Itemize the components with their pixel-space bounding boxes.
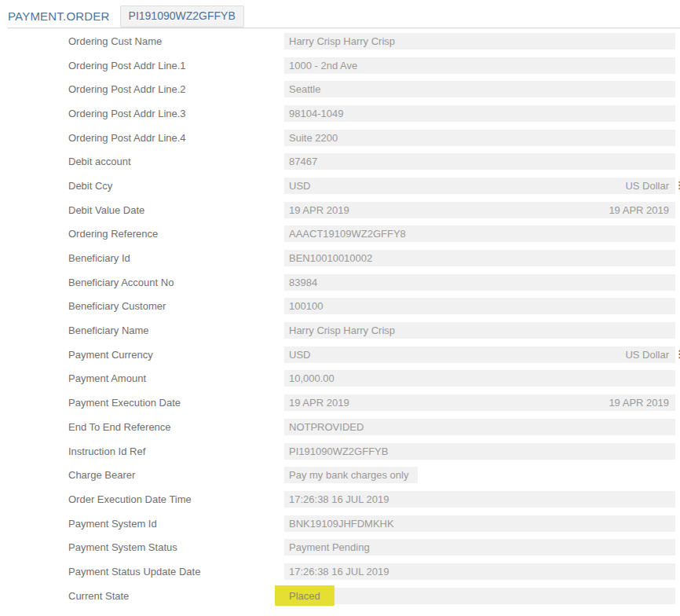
field-value-wrap: AAACT19109WZ2GFFY8 (284, 222, 680, 247)
field-value-wrap: 10,000.00 (284, 367, 680, 391)
field-value: 10,000.00 (289, 372, 335, 384)
field-value-box[interactable]: PI191090WZ2GFFYB (284, 443, 675, 460)
field-label: Ordering Post Addr Line.3 (0, 108, 284, 119)
field-value: Placed (289, 590, 320, 602)
field-value-wrap: USD US Dollar ⋮ (284, 174, 680, 198)
field-value: Pay my bank charges only (289, 469, 408, 481)
field-label: Beneficiary Account No (0, 277, 284, 288)
field-label: Payment Execution Date (0, 397, 284, 409)
field-label: Payment Currency (0, 349, 284, 361)
field-value: USD (289, 180, 310, 192)
field-value-box[interactable]: 17:26:38 16 JUL 2019 (284, 491, 675, 508)
field-row: Debit Ccy USD US Dollar ⋮ (0, 174, 680, 198)
field-value-box[interactable]: NOTPROVIDED (284, 419, 675, 435)
field-value-box[interactable]: BNK19109JHFDMKHK (284, 515, 675, 532)
field-value-wrap: 87467 (284, 149, 680, 174)
field-value: Seattle (289, 83, 320, 95)
field-value-box[interactable]: Placed (284, 588, 675, 604)
field-row: Order Execution Date Time 17:26:38 16 JU… (0, 487, 680, 512)
field-value-box[interactable]: 10,000.00 (284, 370, 675, 387)
field-value-wrap: Suite 2200 (284, 126, 680, 150)
field-value-box[interactable]: BEN10010010002 (284, 250, 675, 266)
field-value: 17:26:38 16 JUL 2019 (289, 566, 389, 578)
field-value-box[interactable]: Suite 2200 (284, 130, 675, 146)
payment-order-page: PAYMENT.ORDER PI191090WZ2GFFYB Ordering … (0, 0, 680, 616)
field-value-wrap: BEN10010010002 (284, 246, 680, 270)
field-label: Payment Status Update Date (0, 566, 284, 578)
field-value-box[interactable]: Seattle (284, 81, 675, 97)
field-value-box[interactable]: 17:26:38 16 JUL 2019 (284, 563, 675, 580)
field-label: Debit Value Date (0, 204, 284, 216)
field-value-wrap: 83984 (284, 270, 680, 295)
field-value: Harry Crisp Harry Crisp (289, 35, 395, 47)
field-value-wrap: 17:26:38 16 JUL 2019 (284, 559, 680, 584)
field-value-box[interactable]: AAACT19109WZ2GFFY8 (284, 226, 675, 242)
field-value-box[interactable]: Payment Pending (284, 539, 675, 556)
field-label: Beneficiary Name (0, 324, 284, 336)
field-label: Ordering Post Addr Line.2 (0, 83, 284, 95)
field-value-box[interactable]: 87467 (284, 153, 675, 170)
field-value: NOTPROVIDED (289, 421, 364, 433)
field-row: Beneficiary Account No 83984 (0, 270, 680, 295)
field-row: Ordering Reference AAACT19109WZ2GFFY8 (0, 222, 680, 247)
field-value: 98104-1049 (289, 108, 343, 119)
header: PAYMENT.ORDER PI191090WZ2GFFYB (0, 0, 680, 28)
field-label: Instruction Id Ref (0, 446, 284, 457)
field-row: Payment Amount 10,000.00 (0, 367, 680, 391)
field-value: 1000 - 2nd Ave (289, 60, 357, 72)
field-value-box[interactable]: Harry Crisp Harry Crisp (284, 322, 675, 339)
field-value-box[interactable]: Pay my bank charges only (284, 467, 418, 483)
field-row: Payment System Id BNK19109JHFDMKHK (0, 512, 680, 536)
field-label: Ordering Post Addr Line.4 (0, 132, 284, 144)
field-value-wrap: 17:26:38 16 JUL 2019 (284, 487, 680, 512)
field-row: Payment System Status Payment Pending (0, 535, 680, 559)
field-value-wrap: Payment Pending (284, 535, 680, 559)
field-value: Harry Crisp Harry Crisp (289, 324, 395, 336)
field-secondary-value: 19 APR 2019 (609, 204, 669, 216)
field-row: Beneficiary Id BEN10010010002 (0, 246, 680, 270)
order-id-box[interactable]: PI191090WZ2GFFYB (120, 6, 244, 28)
field-value-box[interactable]: 19 APR 2019 19 APR 2019 (284, 394, 675, 411)
field-value-wrap: NOTPROVIDED (284, 415, 680, 439)
field-row: Ordering Cust Name Harry Crisp Harry Cri… (0, 29, 680, 53)
field-value-wrap: Placed (284, 584, 680, 608)
field-row: Ordering Post Addr Line.3 98104-1049 (0, 101, 680, 126)
field-value-wrap: BNK19109JHFDMKHK (284, 512, 680, 536)
field-label: Current State (0, 590, 284, 602)
more-options-icon[interactable]: ⋮ (675, 350, 680, 358)
field-label: Debit account (0, 156, 284, 167)
field-value-wrap: USD US Dollar ⋮ (284, 343, 680, 367)
field-value-box[interactable]: USD US Dollar (284, 346, 675, 363)
field-value: USD (289, 349, 310, 361)
field-value-box[interactable]: Harry Crisp Harry Crisp (284, 33, 675, 50)
field-value: 100100 (289, 300, 323, 312)
field-value-wrap: PI191090WZ2GFFYB (284, 439, 680, 464)
field-value-box[interactable]: 83984 (284, 274, 675, 291)
field-row: End To End Reference NOTPROVIDED (0, 415, 680, 439)
field-value-box[interactable]: USD US Dollar (284, 178, 675, 194)
field-row: Beneficiary Name Harry Crisp Harry Crisp (0, 318, 680, 343)
field-value-box[interactable]: 98104-1049 (284, 105, 675, 122)
field-secondary-value: 19 APR 2019 (609, 397, 669, 409)
more-options-icon[interactable]: ⋮ (675, 182, 680, 189)
field-row: Current State Placed (0, 584, 680, 608)
field-label: Beneficiary Customer (0, 300, 284, 312)
field-secondary-value: US Dollar (625, 180, 669, 192)
field-row: Charge Bearer Pay my bank charges only (0, 463, 680, 487)
field-value: Payment Pending (289, 541, 370, 553)
field-value-box[interactable]: 1000 - 2nd Ave (284, 57, 675, 74)
field-value-wrap: 19 APR 2019 19 APR 2019 (284, 390, 680, 415)
field-value: 19 APR 2019 (289, 397, 349, 409)
field-value: 87467 (289, 156, 317, 167)
field-label: Payment Amount (0, 372, 284, 384)
field-value: BEN10010010002 (289, 252, 372, 264)
field-label: Debit Ccy (0, 180, 284, 192)
field-value-wrap: Seattle (284, 77, 680, 101)
field-value-wrap: 1000 - 2nd Ave (284, 53, 680, 78)
field-label: Order Execution Date Time (0, 493, 284, 505)
field-value-box[interactable]: 100100 (284, 298, 675, 314)
field-value-wrap: 98104-1049 (284, 101, 680, 126)
field-value-wrap: Harry Crisp Harry Crisp (284, 318, 680, 343)
field-value-wrap: 100100 (284, 295, 680, 319)
field-value-box[interactable]: 19 APR 2019 19 APR 2019 (284, 202, 675, 218)
